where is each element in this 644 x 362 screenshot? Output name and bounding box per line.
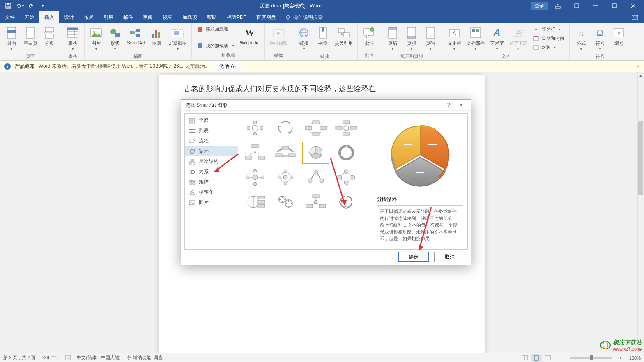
cat-list[interactable]: 列表: [185, 126, 238, 136]
ok-button[interactable]: 确定: [398, 252, 429, 262]
dialog-close-button[interactable]: ✕: [455, 100, 467, 110]
cat-hierarchy[interactable]: 层次结构: [185, 156, 238, 167]
document-text[interactable]: 古老的影响力促成人们对历史本质的不同诠释，这些诠释在: [184, 84, 460, 94]
shapes-button[interactable]: 形状▾: [106, 25, 124, 53]
tab-foxit[interactable]: 福昕PDF: [222, 11, 251, 23]
activate-button[interactable]: 激活(A): [214, 62, 241, 71]
zoom-out-button[interactable]: −: [559, 355, 565, 360]
view-read-mode[interactable]: [520, 354, 530, 362]
gallery-item-11[interactable]: [333, 166, 360, 188]
save-button[interactable]: [3, 1, 13, 11]
tab-layout[interactable]: 布局: [79, 11, 99, 23]
number-button[interactable]: #编号: [610, 25, 628, 48]
maximize-button[interactable]: [605, 0, 623, 11]
tell-me-search[interactable]: 操作说明搜索: [281, 11, 327, 23]
cat-all[interactable]: 全部: [185, 115, 238, 126]
gallery-item-4[interactable]: [242, 142, 269, 164]
ribbon-display-options[interactable]: [549, 0, 567, 11]
pictures-button[interactable]: 图片▾: [87, 25, 105, 53]
scroll-thumb[interactable]: [638, 121, 643, 195]
cat-relationship[interactable]: 关系: [185, 167, 238, 177]
gallery-item-13[interactable]: [272, 191, 299, 213]
tab-review[interactable]: 审阅: [138, 11, 158, 23]
tab-help[interactable]: 帮助: [202, 11, 222, 23]
my-addins-button[interactable]: 我的加载项▾: [194, 41, 237, 50]
gallery-item-7[interactable]: [333, 142, 360, 164]
zoom-in-button[interactable]: +: [617, 355, 623, 360]
header-button[interactable]: 页眉▾: [384, 25, 402, 53]
link-button[interactable]: 链接▾: [295, 25, 313, 53]
cat-matrix[interactable]: 矩阵: [185, 177, 238, 187]
qat-customize[interactable]: ▾: [38, 1, 48, 11]
page-break-button[interactable]: 分页: [40, 25, 58, 48]
share-button[interactable]: [626, 11, 644, 23]
cat-pyramid[interactable]: 棱锥图: [185, 187, 238, 197]
comment-button[interactable]: +批注: [360, 25, 378, 48]
cat-process[interactable]: 流程: [185, 136, 238, 146]
equation-button[interactable]: π公式▾: [572, 25, 590, 53]
minimize-ribbon-hint[interactable]: [568, 0, 586, 11]
gallery-item-10[interactable]: [302, 166, 329, 188]
table-button[interactable]: 表格▾: [64, 25, 82, 53]
status-language[interactable]: 中文(简体，中国大陆): [77, 355, 120, 361]
notice-close-button[interactable]: ×: [637, 63, 640, 70]
gallery-item-0[interactable]: [242, 117, 269, 139]
pagenumber-button[interactable]: #页码▾: [421, 25, 439, 53]
tab-design[interactable]: 设计: [59, 11, 79, 23]
login-button[interactable]: 登录: [531, 2, 548, 10]
status-words[interactable]: 528 个字: [41, 355, 59, 361]
datetime-button[interactable]: 日期和时间: [530, 34, 567, 43]
gallery-item-15[interactable]: [333, 191, 360, 213]
minimize-button[interactable]: [586, 0, 605, 11]
cancel-button[interactable]: 取消: [434, 252, 465, 262]
footer-button[interactable]: 页脚▾: [402, 25, 421, 53]
cat-picture[interactable]: 图片: [185, 197, 238, 208]
blank-page-button[interactable]: 空白页: [21, 25, 39, 48]
dialog-titlebar[interactable]: 选择 SmartArt 图形 ? ✕: [181, 100, 471, 111]
tab-references[interactable]: 引用: [99, 11, 118, 23]
tab-mailings[interactable]: 邮件: [118, 11, 138, 23]
symbol-button[interactable]: Ω符号▾: [591, 25, 609, 53]
gallery-item-2[interactable]: [302, 117, 329, 139]
get-addins-button[interactable]: 获取加载项: [194, 25, 237, 34]
dialog-help-button[interactable]: ?: [442, 100, 455, 110]
scroll-up-arrow[interactable]: ▲: [637, 72, 644, 79]
gallery-item-3[interactable]: [333, 117, 360, 139]
view-web-layout[interactable]: [543, 354, 553, 362]
wordart-button[interactable]: A艺术字▾: [488, 25, 506, 53]
chart-button[interactable]: 图表: [148, 25, 166, 48]
textbox-button[interactable]: A文本框▾: [445, 25, 464, 53]
tab-view[interactable]: 视图: [158, 11, 177, 23]
tab-addins[interactable]: 加载项: [177, 11, 202, 23]
cover-page-button[interactable]: 封面▾: [2, 25, 21, 53]
status-page[interactable]: 第 2 页，共 2 页: [3, 355, 36, 361]
gallery-item-12[interactable]: [242, 191, 269, 213]
gallery-item-8[interactable]: [242, 166, 269, 188]
tab-file[interactable]: 文件: [0, 11, 20, 23]
gallery-item-1[interactable]: [272, 117, 299, 139]
quickparts-button[interactable]: 文档部件▾: [465, 25, 487, 53]
smartart-button[interactable]: SmartArt: [125, 25, 147, 47]
vertical-scrollbar[interactable]: ▲ ▼: [637, 72, 644, 353]
gallery-item-9[interactable]: [272, 166, 299, 188]
wikipedia-button[interactable]: WWikipedia: [237, 25, 262, 47]
status-spellcheck-icon[interactable]: [65, 355, 71, 361]
zoom-slider[interactable]: [570, 357, 612, 359]
view-print-layout[interactable]: [531, 354, 542, 362]
crossref-button[interactable]: 交叉引用: [333, 25, 355, 48]
zoom-level[interactable]: 100%: [629, 355, 641, 360]
preview-description[interactable]: 用于以循环流程表示阶段、任务或事件的行进或连续序列。强调互连的部分。前七行级别 …: [377, 205, 463, 245]
bookmark-button[interactable]: 书签: [314, 25, 332, 48]
close-button[interactable]: [624, 0, 642, 11]
signature-button[interactable]: 签名行▾: [530, 25, 567, 34]
tab-baidu[interactable]: 百度网盘: [251, 11, 281, 23]
screenshot-button[interactable]: 屏幕截图▾: [167, 25, 189, 53]
gallery-item-14[interactable]: [302, 191, 329, 213]
tab-home[interactable]: 开始: [20, 11, 39, 23]
object-button[interactable]: 对象▾: [530, 43, 567, 52]
gallery-item-5[interactable]: [272, 142, 299, 164]
status-accessibility[interactable]: 辅助功能: 调查: [126, 355, 163, 361]
undo-button[interactable]: ▾: [15, 1, 25, 11]
cat-cycle[interactable]: 循环: [185, 146, 238, 156]
redo-button[interactable]: [26, 1, 36, 11]
